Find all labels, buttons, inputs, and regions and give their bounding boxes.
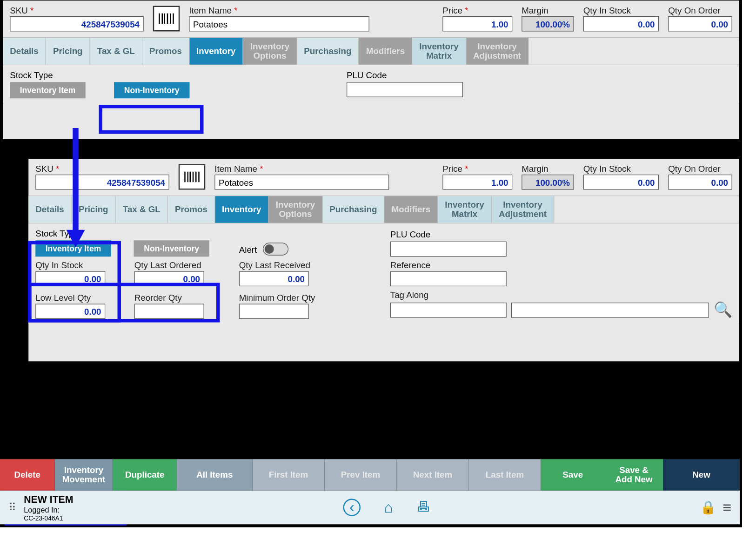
new-button[interactable]: New xyxy=(663,459,740,491)
tab-inventory-adjustment: Inventory Adjustment xyxy=(466,38,529,65)
qty-stock-input[interactable] xyxy=(583,16,659,32)
plu-input-bot[interactable] xyxy=(390,242,507,257)
qty-stock-field-top: Qty In Stock xyxy=(583,5,659,31)
tab-pricing[interactable]: Pricing xyxy=(46,38,90,65)
delete-button[interactable]: Delete xyxy=(0,459,55,491)
min-order-label: Minimum Order Qty xyxy=(239,293,390,303)
tag-along-label: Tag Along xyxy=(390,290,732,300)
sku-field-top: SKU xyxy=(10,5,144,31)
apps-icon[interactable]: ⠿ xyxy=(8,501,17,514)
price-input-bot[interactable] xyxy=(442,175,512,190)
stock-type-label-top: Stock Type xyxy=(10,70,189,80)
tag-along-input-2[interactable] xyxy=(511,302,709,317)
margin-field xyxy=(522,16,574,32)
margin-field-top: Margin xyxy=(522,5,574,31)
non-inventory-button-bot[interactable]: Non-Inventory xyxy=(134,240,209,257)
qty-last-received-input[interactable] xyxy=(239,271,309,287)
plu-label-bot: PLU Code xyxy=(390,230,507,239)
inventory-movement-button[interactable]: Inventory Movement xyxy=(55,459,113,491)
tab-inventory-matrix-bot[interactable]: Inventory Matrix xyxy=(438,196,492,223)
qty-stock-label: Qty In Stock xyxy=(583,5,659,15)
margin-field-bot xyxy=(522,175,574,190)
qty-stock-input-bot[interactable] xyxy=(583,175,659,190)
tab-tax-gl-bot[interactable]: Tax & GL xyxy=(116,196,168,223)
low-level-label: Low Level Qty xyxy=(35,293,134,303)
tab-pricing-bot[interactable]: Pricing xyxy=(72,196,116,223)
action-bar: Delete Inventory Movement Duplicate All … xyxy=(0,459,740,491)
low-level-input[interactable] xyxy=(35,304,105,319)
save-add-new-button[interactable]: Save & Add New xyxy=(605,459,663,491)
item-name-input[interactable] xyxy=(189,16,369,32)
home-icon[interactable]: ⌂ xyxy=(384,499,393,517)
qty-order-label: Qty On Order xyxy=(668,5,732,15)
non-inventory-button-top[interactable]: Non-Inventory xyxy=(114,82,190,98)
save-button[interactable]: Save xyxy=(541,459,605,491)
tab-purchasing[interactable]: Purchasing xyxy=(297,38,359,65)
item-name-input-bot[interactable] xyxy=(214,175,389,190)
tabs-top: Details Pricing Tax & GL Promos Inventor… xyxy=(3,37,739,65)
tag-along-input-1[interactable] xyxy=(390,302,507,317)
qty-order-field-top: Qty On Order xyxy=(668,5,732,31)
sku-label: SKU xyxy=(10,5,144,15)
register-icon[interactable]: 🖷 xyxy=(416,499,430,517)
sku-field-bot: SKU xyxy=(35,163,169,189)
tab-inventory-matrix[interactable]: Inventory Matrix xyxy=(412,38,466,65)
sku-input-bot[interactable] xyxy=(35,175,169,190)
tabs-bot: Details Pricing Tax & GL Promos Inventor… xyxy=(28,196,739,223)
inventory-item-button-top[interactable]: Inventory Item xyxy=(10,82,86,98)
tab-inventory-adjustment-bot[interactable]: Inventory Adjustment xyxy=(492,196,554,223)
tab-inventory[interactable]: Inventory xyxy=(189,38,243,65)
duplicate-button[interactable]: Duplicate xyxy=(113,459,177,491)
barcode-button-bot[interactable] xyxy=(179,164,206,190)
sku-input[interactable] xyxy=(10,16,144,32)
back-icon[interactable]: ‹ xyxy=(343,499,361,516)
plu-label-top: PLU Code xyxy=(347,70,463,80)
tab-details-bot[interactable]: Details xyxy=(28,196,72,223)
qty-order-input-bot[interactable] xyxy=(668,175,732,190)
price-label: Price xyxy=(442,5,512,15)
tab-purchasing-bot[interactable]: Purchasing xyxy=(322,196,384,223)
lock-icon[interactable]: 🔒 xyxy=(700,500,716,515)
barcode-icon xyxy=(158,12,175,25)
tab-inventory-options-bot: Inventory Options xyxy=(269,196,323,223)
alert-label: Alert xyxy=(239,244,257,254)
qty-in-stock-input[interactable] xyxy=(35,271,105,287)
tab-promos-bot[interactable]: Promos xyxy=(168,196,215,223)
barcode-button-top[interactable] xyxy=(153,6,180,32)
reorder-label: Reorder Qty xyxy=(134,293,239,303)
all-items-button[interactable]: All Items xyxy=(177,459,253,491)
tab-details[interactable]: Details xyxy=(3,38,46,65)
qty-in-stock-label: Qty In Stock xyxy=(35,260,134,270)
next-item-button[interactable]: Next Item xyxy=(397,459,469,491)
reference-label: Reference xyxy=(390,260,507,270)
status-logged: Logged In: xyxy=(24,506,73,514)
qty-last-ordered-input[interactable] xyxy=(134,271,204,287)
reorder-input[interactable] xyxy=(134,304,204,319)
status-title: NEW ITEM xyxy=(24,494,73,506)
qty-last-ordered-label: Qty Last Ordered xyxy=(134,260,239,270)
tab-tax-gl[interactable]: Tax & GL xyxy=(90,38,142,65)
item-name-label: Item Name xyxy=(189,5,433,15)
search-icon[interactable]: 🔍 xyxy=(714,301,732,319)
status-bar: ⠿ NEW ITEM Logged In: CC-23-046A1 ‹ ⌂ 🖷 … xyxy=(0,491,740,525)
alert-toggle[interactable] xyxy=(263,243,288,256)
tab-modifiers-bot: Modifiers xyxy=(385,196,438,223)
item-name-field-top: Item Name xyxy=(189,5,433,31)
status-code: CC-23-046A1 xyxy=(24,514,73,521)
qty-last-received-label: Qty Last Received xyxy=(239,260,390,270)
menu-icon[interactable]: ≡ xyxy=(723,499,732,517)
price-input[interactable] xyxy=(442,16,512,32)
first-item-button[interactable]: First Item xyxy=(253,459,325,491)
qty-order-input[interactable] xyxy=(668,16,732,32)
prev-item-button[interactable]: Prev Item xyxy=(325,459,397,491)
inventory-item-button-bot[interactable]: Inventory Item xyxy=(35,240,111,257)
tab-inventory-bot[interactable]: Inventory xyxy=(215,196,269,223)
last-item-button[interactable]: Last Item xyxy=(469,459,541,491)
plu-input-top[interactable] xyxy=(347,82,463,97)
reference-input[interactable] xyxy=(390,271,507,287)
tab-promos[interactable]: Promos xyxy=(142,38,189,65)
min-order-input[interactable] xyxy=(239,304,309,319)
tab-inventory-options: Inventory Options xyxy=(243,38,297,65)
barcode-icon xyxy=(183,170,201,183)
margin-label: Margin xyxy=(522,5,574,15)
